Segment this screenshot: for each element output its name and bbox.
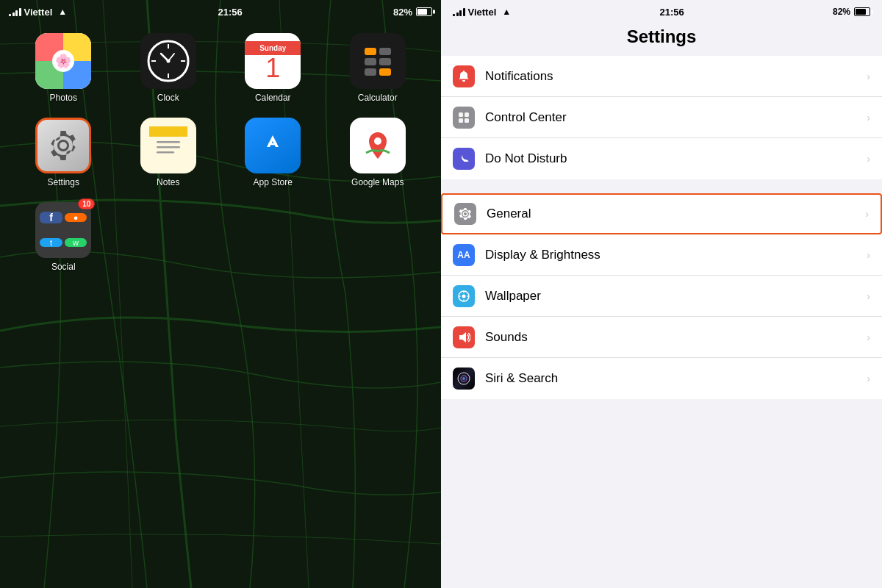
social-badge: 10 xyxy=(78,198,95,209)
appstore-svg xyxy=(257,129,289,162)
app-item-notes[interactable]: Notes xyxy=(120,118,218,187)
sounds-icon xyxy=(453,326,475,348)
siri-chevron: › xyxy=(867,373,870,384)
social-icon-wrapper: f ● t w 10 xyxy=(35,202,91,258)
battery-group-left: 82% xyxy=(393,7,432,18)
battery-percent-left: 82% xyxy=(393,7,412,18)
svg-rect-12 xyxy=(365,58,376,65)
settings-list: Notifications › Control Center › xyxy=(441,56,882,588)
wallpaper-chevron: › xyxy=(867,290,870,302)
calendar-date-number: 1 xyxy=(265,55,280,82)
settings-page-title: Settings xyxy=(441,21,882,56)
svg-rect-9 xyxy=(359,42,397,80)
wifi-icon: ▲ xyxy=(58,7,67,17)
status-bar-right: Viettel ▲ 21:56 82% xyxy=(441,0,882,21)
wallpaper-icon xyxy=(453,285,475,307)
settings-row-siri[interactable]: Siri & Search › xyxy=(441,358,882,399)
moon-icon xyxy=(457,152,470,165)
app-item-calculator[interactable]: Calculator xyxy=(329,33,427,103)
gear-svg xyxy=(458,207,473,221)
svg-rect-29 xyxy=(459,118,463,123)
svg-rect-28 xyxy=(465,112,469,117)
notifications-chevron: › xyxy=(867,71,870,82)
siri-label: Siri & Search xyxy=(485,371,861,386)
app-icon-clock xyxy=(140,33,196,89)
siri-icon xyxy=(453,368,475,390)
social-mini-whatsapp: w xyxy=(65,238,87,247)
app-item-clock[interactable]: Clock xyxy=(120,33,218,103)
app-icon-appstore xyxy=(245,118,301,173)
settings-row-notifications[interactable]: Notifications › xyxy=(441,56,882,97)
svg-rect-21 xyxy=(157,146,180,148)
settings-row-wallpaper[interactable]: Wallpaper › xyxy=(441,276,882,317)
app-item-calendar[interactable]: Sunday 1 Calendar xyxy=(224,33,322,103)
time-right: 21:56 xyxy=(659,7,684,18)
svg-rect-20 xyxy=(157,141,180,143)
notifications-icon xyxy=(453,65,475,87)
app-label-notes: Notes xyxy=(157,177,179,187)
settings-row-control-center[interactable]: Control Center › xyxy=(441,97,882,138)
sounds-label: Sounds xyxy=(485,330,861,345)
time-left: 21:56 xyxy=(218,7,242,18)
wifi-icon-right: ▲ xyxy=(502,7,511,17)
app-label-clock: Clock xyxy=(157,93,179,103)
carrier-signal-group: Viettel ▲ xyxy=(9,7,67,18)
settings-row-display[interactable]: AA Display & Brightness › xyxy=(441,234,882,276)
svg-marker-37 xyxy=(459,332,466,343)
right-panel-settings: Viettel ▲ 21:56 82% Settings No xyxy=(441,0,882,588)
social-mini-reddit: ● xyxy=(65,213,87,222)
app-label-calculator: Calculator xyxy=(358,93,398,103)
general-chevron: › xyxy=(865,208,869,220)
general-label: General xyxy=(487,207,859,221)
settings-gear-icon xyxy=(46,128,81,163)
app-item-photos[interactable]: 🌸 Photos xyxy=(15,33,112,103)
bell-icon xyxy=(457,70,470,83)
display-icon: AA xyxy=(453,244,475,266)
battery-icon-left xyxy=(416,7,432,16)
svg-rect-27 xyxy=(459,112,463,117)
app-item-googlemaps[interactable]: Google Maps xyxy=(329,118,427,187)
wallpaper-svg xyxy=(457,290,470,303)
group-separator-1 xyxy=(441,180,882,193)
speaker-icon xyxy=(457,331,470,344)
settings-section-2: General › AA Display & Brightness › xyxy=(441,193,882,399)
settings-icon-wrapper xyxy=(35,118,91,173)
svg-rect-19 xyxy=(149,131,187,137)
display-chevron: › xyxy=(867,249,870,261)
svg-point-32 xyxy=(462,294,466,298)
social-mini-twitter: t xyxy=(40,238,62,247)
battery-fill-right xyxy=(856,9,866,15)
app-label-appstore: App Store xyxy=(254,177,293,187)
display-label: Display & Brightness xyxy=(485,248,861,262)
svg-point-40 xyxy=(462,377,465,380)
carrier-signal-group-right: Viettel ▲ xyxy=(453,7,511,18)
notes-svg xyxy=(149,126,187,165)
sounds-chevron: › xyxy=(867,331,870,343)
app-label-calendar: Calendar xyxy=(255,93,291,103)
control-center-svg xyxy=(457,111,470,124)
settings-row-dnd[interactable]: Do Not Disturb › xyxy=(441,138,882,179)
svg-rect-26 xyxy=(462,80,465,82)
svg-point-8 xyxy=(166,60,170,63)
app-icon-googlemaps xyxy=(350,118,406,173)
app-item-social[interactable]: f ● t w 10 Social xyxy=(15,202,112,272)
clock-svg xyxy=(146,39,190,83)
dnd-label: Do Not Disturb xyxy=(485,151,861,166)
notifications-label: Notifications xyxy=(485,69,861,84)
settings-row-general[interactable]: General › xyxy=(441,193,882,234)
signal-bars-right xyxy=(453,7,465,16)
control-center-icon xyxy=(453,107,475,129)
social-mini-facebook: f xyxy=(40,212,62,223)
app-icon-photos: 🌸 xyxy=(35,33,91,89)
wallpaper-label: Wallpaper xyxy=(485,289,861,304)
svg-point-25 xyxy=(374,137,381,145)
app-item-appstore[interactable]: App Store xyxy=(224,118,322,187)
control-center-chevron: › xyxy=(867,112,870,123)
dnd-chevron: › xyxy=(867,153,870,165)
settings-row-sounds[interactable]: Sounds › xyxy=(441,317,882,358)
photos-flower-icon: 🌸 xyxy=(55,53,71,69)
siri-svg xyxy=(456,371,471,386)
app-grid: 🌸 Photos Cloc xyxy=(0,26,441,279)
dnd-icon xyxy=(453,148,475,170)
app-item-settings[interactable]: Settings xyxy=(15,118,112,187)
